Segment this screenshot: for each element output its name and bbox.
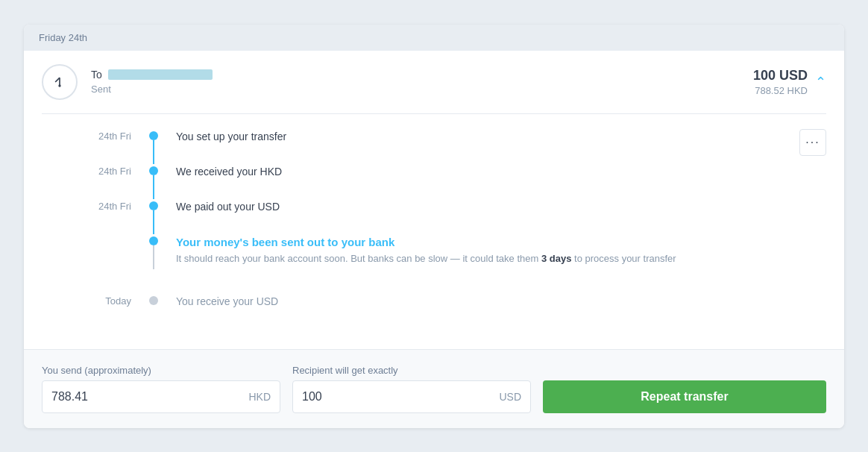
timeline-connector (153, 175, 154, 199)
transfer-header: To Sent 100 USD 788.52 HKD ⌃ (24, 51, 844, 113)
timeline-event-text: You receive your USD (176, 294, 826, 307)
timeline-item: Today You receive your USD (87, 294, 826, 327)
send-input-wrap: HKD (42, 380, 280, 413)
timeline-date: Today (87, 294, 146, 307)
timeline-content: We received your HKD (161, 164, 826, 178)
amount-hkd: 788.52 HKD (755, 85, 808, 96)
to-row: To (91, 69, 753, 81)
timeline-event-text-active: Your money's been sent out to your bank (176, 234, 826, 248)
date-header: Friday 24th (24, 25, 844, 51)
timeline-item: 24th Fri We received your HKD (87, 164, 826, 199)
timeline-content: Your money's been sent out to your bank … (161, 234, 826, 266)
amount-usd: 100 USD (753, 68, 808, 84)
to-label: To (91, 69, 102, 81)
timeline-date (87, 234, 146, 236)
transfer-amount: 100 USD 788.52 HKD (753, 68, 808, 96)
timeline-section: ··· 24th Fri You set up your transfer 24… (24, 114, 844, 349)
timeline-line-col (146, 164, 161, 199)
receive-input-wrap: USD (292, 380, 531, 413)
receive-label: Recipient will get exactly (292, 365, 531, 376)
timeline-date: 24th Fri (87, 164, 146, 177)
timeline-content: We paid out your USD (161, 199, 826, 213)
timeline-subtext: It should reach your bank account soon. … (176, 251, 826, 266)
timeline-connector (153, 210, 154, 234)
sent-label: Sent (91, 84, 753, 95)
timeline-dot (149, 131, 158, 140)
send-field: You send (approximately) HKD (42, 365, 280, 413)
timeline-content: You set up your transfer (161, 129, 826, 142)
timeline-content: You receive your USD (161, 294, 826, 307)
timeline-connector (153, 140, 154, 164)
date-header-text: Friday 24th (39, 32, 87, 43)
receive-input[interactable] (302, 390, 499, 404)
timeline-line-col (146, 129, 161, 164)
chevron-up-icon[interactable]: ⌃ (815, 74, 826, 90)
timeline-line-col (146, 234, 161, 269)
send-currency: HKD (248, 391, 271, 403)
timeline-event-text: We paid out your USD (176, 199, 826, 213)
timeline-event-text: We received your HKD (176, 164, 826, 178)
repeat-transfer-button[interactable]: Repeat transfer (543, 380, 826, 413)
timeline-connector (153, 245, 154, 269)
timeline-line-col (146, 199, 161, 234)
timeline-dot-active (149, 236, 158, 245)
timeline-date: 24th Fri (87, 129, 146, 142)
timeline: 24th Fri You set up your transfer 24th F… (87, 129, 826, 327)
send-input[interactable] (51, 390, 248, 404)
recipient-name-bar (108, 69, 213, 80)
timeline-dot-future (149, 296, 158, 305)
timeline-line-col (146, 294, 161, 305)
send-label: You send (approximately) (42, 365, 280, 376)
timeline-item: 24th Fri We paid out your USD (87, 199, 826, 234)
svg-point-2 (58, 84, 60, 87)
footer-section: You send (approximately) HKD Recipient w… (24, 349, 844, 428)
transfer-info: To Sent (91, 69, 753, 95)
timeline-dot (149, 166, 158, 175)
timeline-item-active: Your money's been sent out to your bank … (87, 234, 826, 294)
timeline-dot (149, 201, 158, 210)
timeline-event-text: You set up your transfer (176, 129, 826, 142)
svg-line-1 (55, 78, 60, 82)
transfer-icon (42, 64, 78, 100)
timeline-date: 24th Fri (87, 199, 146, 212)
timeline-item: 24th Fri You set up your transfer (87, 129, 826, 164)
receive-currency: USD (499, 391, 521, 403)
transfer-card: Friday 24th To Sent 100 USD 788.52 HKD ⌃… (24, 25, 844, 428)
receive-field: Recipient will get exactly USD (292, 365, 531, 413)
